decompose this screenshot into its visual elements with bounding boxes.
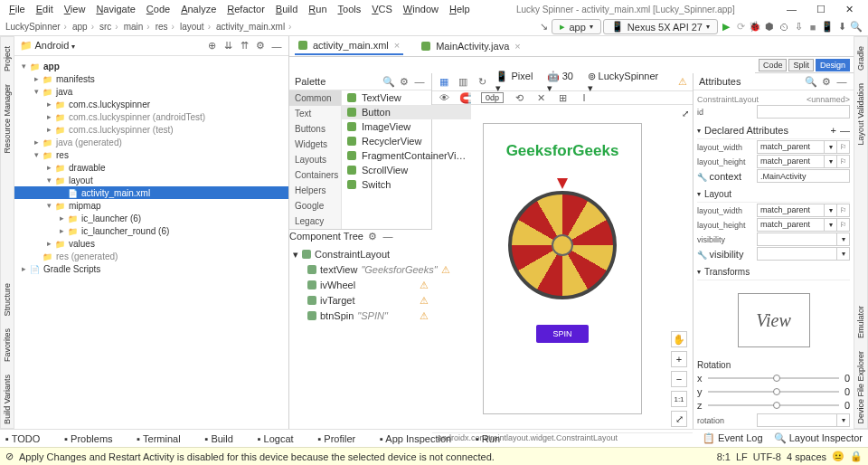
close-icon[interactable]: ×	[514, 41, 520, 52]
gear-icon[interactable]: ⚙	[254, 40, 267, 52]
component-tree-item[interactable]: ivTarget ⚠	[293, 293, 429, 308]
palette-category[interactable]: Legacy	[289, 214, 341, 229]
ct-root[interactable]: ConstraintLayout	[315, 249, 390, 260]
tree-node[interactable]: activity_main.xml	[14, 186, 288, 199]
attr-hide-icon[interactable]: —	[835, 75, 848, 88]
pack-icon[interactable]: ⊞	[556, 91, 569, 104]
event-log-button[interactable]: 📋 Event Log	[703, 432, 763, 444]
layout-width-select[interactable]: match_parent	[757, 140, 825, 154]
palette-gear-icon[interactable]: ⚙	[398, 75, 410, 88]
magnet-icon[interactable]: 🧲	[459, 91, 472, 104]
tree-node[interactable]: ▸ ic_launcher (6)	[14, 212, 288, 224]
tool-window-app-inspection[interactable]: ▪ App Inspection	[380, 433, 451, 444]
tool-window-problems[interactable]: ▪ Problems	[64, 433, 112, 444]
align-icon[interactable]: I	[578, 91, 590, 104]
menu-build[interactable]: Build	[270, 4, 303, 14]
editor-tab[interactable]: MainActivity.java×	[418, 38, 524, 54]
editor-tab[interactable]: activity_main.xml×	[295, 37, 403, 55]
pan-icon[interactable]: ⤢	[682, 109, 689, 119]
line-ending[interactable]: LF	[736, 451, 748, 462]
rot-dd[interactable]: ▾	[837, 413, 850, 427]
project-view-dropdown[interactable]: 📁 Android ▾	[20, 40, 75, 52]
sync-icon[interactable]: ↘	[537, 21, 550, 33]
tool-window-terminal[interactable]: ▪ Terminal	[137, 433, 180, 444]
lh2-dd[interactable]: ▾	[825, 218, 837, 232]
lh-dd[interactable]: ▾	[825, 155, 837, 168]
palette-category[interactable]: Text	[289, 106, 341, 121]
crumb-main[interactable]: main	[124, 22, 154, 32]
palette-category[interactable]: Containers	[289, 167, 341, 183]
declared-attrs-section[interactable]: Declared Attributes+—	[697, 122, 850, 139]
zoom-fit-button[interactable]: 1:1	[671, 391, 687, 407]
crumb-LuckySpinner[interactable]: LuckySpinner	[5, 22, 71, 32]
rotation-slider-x[interactable]: x0	[697, 373, 850, 384]
tree-node[interactable]: ▾ app	[14, 60, 288, 72]
structure-tab[interactable]: Structure	[3, 280, 12, 320]
api-dropdown[interactable]: 🤖 30 ▾	[547, 71, 580, 94]
crumb-layout[interactable]: layout	[180, 22, 214, 32]
menu-navigate[interactable]: Navigate	[90, 4, 140, 14]
lock-icon[interactable]: 🔒	[850, 451, 863, 462]
crumb-app[interactable]: app	[72, 22, 98, 32]
palette-search-icon[interactable]: 🔍	[382, 75, 395, 88]
hide-icon[interactable]: —	[270, 40, 283, 52]
ct-hide-icon[interactable]: —	[382, 230, 394, 242]
transforms-section[interactable]: Transforms	[697, 264, 850, 280]
collapse-icon[interactable]: ⇊	[222, 40, 234, 52]
split-mode-button[interactable]: Split	[788, 59, 814, 71]
design-mode-button[interactable]: Design	[816, 59, 850, 71]
component-tree-item[interactable]: btnSpin "SPIN" ⚠	[293, 308, 429, 324]
run-icon[interactable]: ▶	[720, 21, 732, 33]
tree-node[interactable]: ▸ manifests	[14, 72, 288, 85]
vis-dd[interactable]: ▾	[837, 232, 850, 246]
lw-dd[interactable]: ▾	[825, 140, 837, 154]
warning-icon[interactable]: ⚠	[420, 280, 429, 291]
encoding[interactable]: UTF-8	[753, 451, 781, 462]
component-tree-item[interactable]: textView "GeeksforGeeks" ⚠	[293, 262, 429, 278]
visibility-select[interactable]	[757, 232, 837, 246]
layout-width2-select[interactable]: match_parent	[757, 204, 825, 217]
close-icon[interactable]: ✕	[840, 4, 859, 15]
tree-node[interactable]: ▸ java (generated)	[14, 136, 288, 148]
avd-icon[interactable]: 📱	[821, 21, 834, 33]
lw2-flag[interactable]: ⚐	[837, 204, 850, 217]
emulator-tab[interactable]: Emulator	[856, 302, 865, 342]
zoom-out-button[interactable]: −	[671, 371, 687, 387]
build-variants-tab[interactable]: Build Variants	[3, 371, 12, 428]
stop-icon[interactable]: ■	[807, 21, 819, 33]
palette-category[interactable]: Common	[289, 90, 341, 106]
menu-vcs[interactable]: VCS	[366, 4, 398, 14]
menu-refactor[interactable]: Refactor	[222, 4, 270, 14]
zoom-in-button[interactable]: +	[671, 351, 687, 367]
cvisibility-select[interactable]	[757, 247, 837, 261]
project-tool-tab[interactable]: Project	[3, 43, 12, 75]
attr-gear-icon[interactable]: ⚙	[820, 75, 833, 88]
layout-inspector-button[interactable]: 🔍 Layout Inspector	[774, 432, 863, 444]
gradle-tab[interactable]: Gradle	[856, 43, 865, 74]
tree-node[interactable]: ▸ com.cs.luckyspinner	[14, 98, 288, 110]
preview-warning-icon[interactable]: ⚠	[678, 76, 687, 88]
palette-hide-icon[interactable]: —	[413, 75, 426, 88]
tool-window-profiler[interactable]: ▪ Profiler	[317, 433, 355, 444]
rotation-input[interactable]	[757, 413, 837, 427]
palette-category[interactable]: Google	[289, 198, 341, 214]
attach-icon[interactable]: ⇩	[792, 21, 805, 33]
tree-node[interactable]: ▾ java	[14, 85, 288, 98]
attr-search-icon[interactable]: 🔍	[805, 75, 817, 88]
indent[interactable]: 4 spaces	[787, 451, 826, 462]
layout-height2-select[interactable]: match_parent	[757, 218, 825, 232]
palette-category[interactable]: Buttons	[289, 121, 341, 137]
tree-node[interactable]: ▸ values	[14, 237, 288, 250]
lw2-dd[interactable]: ▾	[825, 204, 837, 217]
sdk-icon[interactable]: ⬇	[835, 21, 848, 33]
theme-dropdown[interactable]: ⊚ LuckySpinner ▾	[588, 71, 665, 94]
menu-code[interactable]: Code	[141, 4, 175, 14]
eye-icon[interactable]: 👁	[438, 91, 450, 104]
maximize-icon[interactable]: ☐	[811, 4, 831, 15]
blueprint-icon[interactable]: ▥	[457, 76, 468, 89]
ct-gear-icon[interactable]: ⚙	[366, 231, 379, 243]
menu-view[interactable]: View	[59, 4, 91, 14]
menu-analyze[interactable]: Analyze	[175, 4, 222, 14]
cvis-dd[interactable]: ▾	[837, 247, 850, 261]
code-mode-button[interactable]: Code	[759, 59, 788, 71]
